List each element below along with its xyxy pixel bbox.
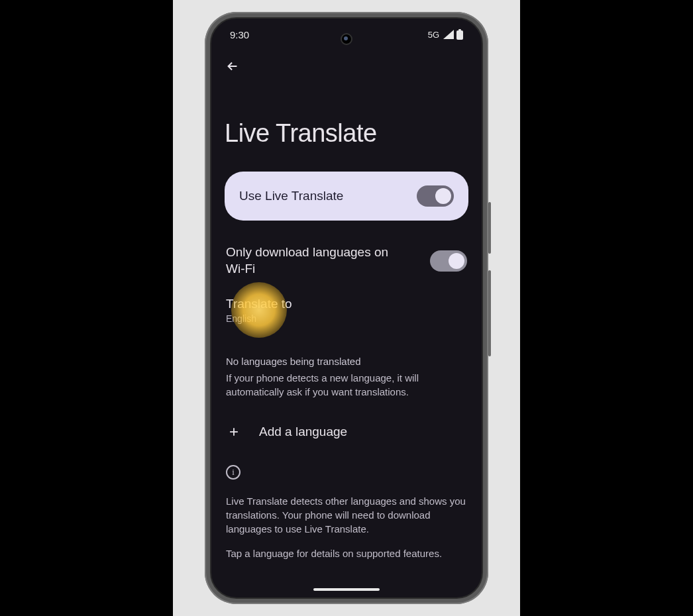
phone-screen: 9:30 5G Liv <box>210 17 483 599</box>
add-language-button[interactable]: Add a language <box>225 417 468 446</box>
gesture-nav-pill[interactable] <box>313 588 380 591</box>
arrow-left-icon <box>225 59 240 74</box>
wifi-only-switch[interactable] <box>430 250 467 272</box>
wifi-only-label: Only download languages on Wi-Fi <box>226 244 405 277</box>
use-live-translate-row[interactable]: Use Live Translate <box>225 172 468 221</box>
camera-punch-hole <box>341 33 352 45</box>
wifi-only-row[interactable]: Only download languages on Wi-Fi <box>225 239 468 287</box>
add-language-label: Add a language <box>259 425 347 439</box>
phone-frame: 9:30 5G Liv <box>205 12 488 604</box>
network-label: 5G <box>428 30 439 40</box>
plus-icon <box>226 424 242 440</box>
page-background: 9:30 5G Liv <box>173 0 520 616</box>
switch-knob <box>435 188 451 204</box>
translate-to-label: Translate to <box>226 297 467 311</box>
page-title: Live Translate <box>225 119 468 148</box>
use-live-translate-label: Use Live Translate <box>239 189 343 203</box>
status-time: 9:30 <box>230 29 249 40</box>
svg-rect-0 <box>458 29 461 30</box>
info-paragraph-1: Live Translate detects other languages a… <box>226 494 467 536</box>
svg-rect-1 <box>456 30 463 40</box>
volume-button-decor <box>488 270 491 356</box>
no-languages-desc: If your phone detects a new language, it… <box>225 371 468 399</box>
info-section: i Live Translate detects other languages… <box>225 465 468 560</box>
translate-to-value: English <box>226 313 467 324</box>
info-paragraph-2: Tap a language for details on supported … <box>226 546 467 560</box>
battery-icon <box>456 29 463 40</box>
use-live-translate-switch[interactable] <box>417 185 454 207</box>
app-bar <box>211 46 482 81</box>
no-languages-header: No languages being translated <box>225 356 468 367</box>
switch-knob <box>449 253 464 269</box>
power-button-decor <box>488 202 491 254</box>
info-icon: i <box>226 465 240 480</box>
settings-content: Live Translate Use Live Translate Only d… <box>211 119 482 560</box>
back-button[interactable] <box>225 58 240 74</box>
status-indicators: 5G <box>428 29 463 40</box>
translate-to-row[interactable]: Translate to English <box>225 287 468 336</box>
signal-icon <box>443 30 454 39</box>
